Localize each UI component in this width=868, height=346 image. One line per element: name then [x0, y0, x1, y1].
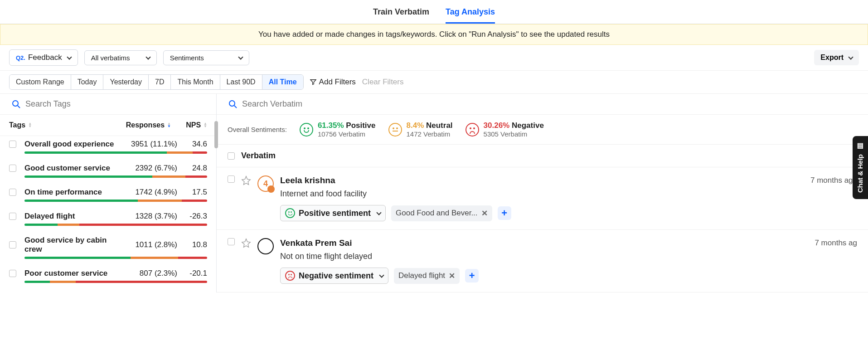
- tag-sentiment-bar: [24, 224, 207, 226]
- verbatim-author: Leela krishna: [280, 175, 335, 185]
- tag-nps: 10.8: [180, 240, 207, 249]
- chevron-down-icon: [238, 54, 243, 59]
- tag-row[interactable]: Delayed flight 1328 (3.7%) -26.3: [0, 208, 216, 232]
- tag-responses: 1328 (3.7%): [127, 212, 177, 221]
- verbatim-row: Venkata Prem Sai7 months ag Not on time …: [217, 230, 868, 292]
- chevron-down-icon: [848, 54, 853, 59]
- tags-panel: Tags▲▼ Responses▲▼ NPS▲▼ Overall good ex…: [0, 94, 217, 292]
- clear-filters-button[interactable]: Clear Filters: [362, 78, 404, 87]
- verbatim-row: 4 Leela krishna7 months ago Internet and…: [217, 167, 868, 230]
- negative-pct: 30.26%: [484, 121, 510, 130]
- main-content: Tags▲▼ Responses▲▼ NPS▲▼ Overall good ex…: [0, 94, 868, 292]
- tag-name: Good customer service: [24, 164, 125, 173]
- export-button[interactable]: Export: [814, 50, 859, 65]
- neutral-label: Neutral: [426, 121, 453, 130]
- tag-responses: 1742 (4.9%): [127, 188, 177, 197]
- date-range-segments: Custom Range Today Yesterday 7D This Mon…: [9, 74, 304, 90]
- tag-checkbox[interactable]: [9, 189, 16, 196]
- remove-tag-icon[interactable]: ✕: [481, 209, 488, 218]
- sentiment-positive: 61.35% Positive 10756 Verbatim: [300, 121, 376, 138]
- tag-nps: 17.5: [180, 188, 207, 197]
- tag-nps: -20.1: [180, 269, 207, 278]
- verbatim-checkbox[interactable]: [228, 175, 235, 183]
- verbatim-list-header: Verbatim: [217, 145, 868, 167]
- star-icon[interactable]: [241, 238, 251, 248]
- svg-line-1: [18, 106, 20, 108]
- add-filters-button[interactable]: Add Filters: [310, 78, 356, 87]
- tag-nps: 34.6: [180, 140, 207, 149]
- star-icon[interactable]: [241, 175, 251, 185]
- verbatim-time: 7 months ago: [810, 176, 857, 185]
- chat-help-tab[interactable]: Chat & Help ▤: [853, 136, 868, 199]
- positive-count: 10756 Verbatim: [318, 130, 376, 138]
- tag-nps: 24.8: [180, 164, 207, 173]
- scrollbar-thumb[interactable]: [214, 121, 218, 148]
- verbatim-text: Internet and food facility: [280, 189, 857, 199]
- chevron-down-icon: [67, 54, 72, 59]
- search-verbatim-input[interactable]: [242, 99, 856, 109]
- tag-name: Delayed flight: [24, 212, 125, 221]
- tag-row[interactable]: On time performance 1742 (4.9%) 17.5: [0, 184, 216, 208]
- tag-checkbox[interactable]: [9, 270, 16, 277]
- tab-train-verbatim[interactable]: Train Verbatim: [373, 5, 429, 24]
- tag-name: Poor customer service: [24, 269, 125, 278]
- verbatim-search-row: [217, 94, 868, 115]
- tag-name: Overall good experience: [24, 140, 125, 149]
- tag-checkbox[interactable]: [9, 141, 16, 148]
- mode-selector[interactable]: Sentiments: [163, 50, 249, 65]
- range-all-time[interactable]: All Time: [262, 75, 303, 89]
- question-selector[interactable]: Q2. Feedback: [9, 49, 78, 66]
- smile-icon: [285, 208, 295, 218]
- col-responses[interactable]: Responses▲▼: [107, 121, 171, 129]
- tag-responses: 1011 (2.8%): [127, 240, 177, 249]
- smile-icon: [300, 123, 313, 136]
- tag-row[interactable]: Overall good experience 3951 (11.1%) 34.…: [0, 136, 216, 160]
- tag-row[interactable]: Good service by cabin crew 1011 (2.8%) 1…: [0, 232, 216, 265]
- sentiment-selector[interactable]: Positive sentiment: [280, 205, 386, 221]
- verbatim-header-label: Verbatim: [241, 151, 276, 161]
- sentiment-label: Positive sentiment: [299, 209, 371, 218]
- tag-chip: Good Food and Bever...✕: [391, 205, 492, 221]
- tag-checkbox[interactable]: [9, 241, 16, 249]
- remove-tag-icon[interactable]: ✕: [449, 271, 455, 281]
- add-tag-button[interactable]: +: [498, 206, 511, 220]
- sort-icon: ▲▼: [28, 122, 32, 128]
- add-filters-label: Add Filters: [319, 78, 356, 87]
- range-custom[interactable]: Custom Range: [10, 75, 71, 89]
- range-last-90d[interactable]: Last 90D: [220, 75, 262, 89]
- tags-header-row: Tags▲▼ Responses▲▼ NPS▲▼: [0, 115, 216, 136]
- range-this-month[interactable]: This Month: [171, 75, 220, 89]
- col-nps[interactable]: NPS▲▼: [171, 121, 207, 129]
- svg-point-2: [229, 101, 235, 106]
- range-7d[interactable]: 7D: [149, 75, 171, 89]
- chevron-down-icon: [145, 54, 150, 59]
- tag-checkbox[interactable]: [9, 165, 16, 172]
- avatar: 4: [257, 175, 274, 192]
- verbatim-checkbox[interactable]: [228, 238, 235, 245]
- chevron-down-icon: [379, 273, 384, 278]
- select-all-checkbox[interactable]: [228, 152, 235, 160]
- export-label: Export: [820, 54, 844, 62]
- verbatim-selector[interactable]: All verbatims: [84, 50, 157, 65]
- overall-label: Overall Sentiments:: [228, 126, 287, 133]
- verbatim-author: Venkata Prem Sai: [280, 238, 352, 248]
- tag-row[interactable]: Good customer service 2392 (6.7%) 24.8: [0, 160, 216, 184]
- range-today[interactable]: Today: [71, 75, 104, 89]
- tag-checkbox[interactable]: [9, 213, 16, 220]
- verbatim-text: Not on time flight delayed: [280, 252, 857, 261]
- chat-help-label: Chat & Help: [857, 154, 864, 193]
- tag-list: Overall good experience 3951 (11.1%) 34.…: [0, 136, 216, 289]
- overall-sentiments-row: Overall Sentiments: 61.35% Positive 1075…: [217, 115, 868, 145]
- add-tag-button[interactable]: +: [465, 269, 479, 283]
- search-tags-input[interactable]: [25, 99, 204, 109]
- col-tags[interactable]: Tags▲▼: [9, 121, 107, 129]
- tag-row[interactable]: Poor customer service 807 (2.3%) -20.1: [0, 265, 216, 289]
- sort-icon: ▲▼: [167, 122, 171, 128]
- positive-pct: 61.35%: [318, 121, 344, 130]
- search-icon: [12, 100, 21, 109]
- neutral-pct: 8.4%: [407, 121, 424, 130]
- filter-icon: [310, 79, 316, 85]
- range-yesterday[interactable]: Yesterday: [103, 75, 149, 89]
- sentiment-selector[interactable]: Negative sentiment: [280, 268, 388, 284]
- tab-tag-analysis[interactable]: Tag Analysis: [446, 5, 495, 24]
